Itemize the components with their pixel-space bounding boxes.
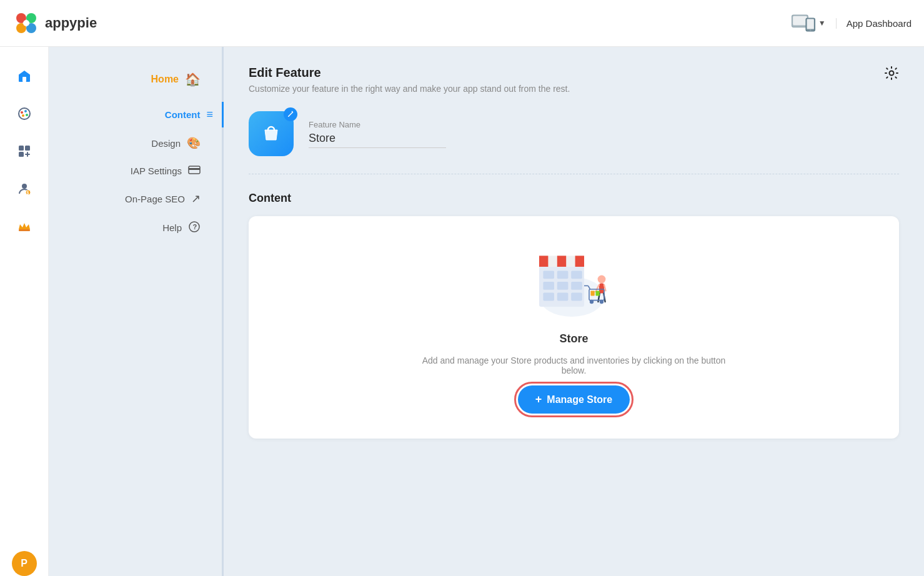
device-preview-button[interactable]: ▼ [791, 12, 826, 34]
svg-rect-6 [793, 16, 807, 25]
sidebar-item-grid[interactable] [7, 134, 41, 168]
nav-item-iap[interactable]: IAP Settings [61, 159, 209, 183]
crown-icon [17, 219, 32, 234]
content-panel: Edit Feature Customize your feature in t… [224, 47, 924, 576]
feature-name-section: Feature Name Store [249, 111, 899, 156]
left-sidebar: $ P [0, 47, 49, 576]
svg-rect-58 [595, 290, 599, 295]
manage-store-label: Manage Store [547, 394, 612, 405]
svg-point-9 [810, 29, 811, 31]
svg-rect-24 [19, 229, 30, 231]
appypie-logo [12, 9, 40, 37]
svg-point-21 [22, 184, 27, 189]
header: appypie ▼ App Dashboard [0, 0, 924, 47]
user-settings-icon: $ [17, 181, 32, 196]
pencil-icon [287, 111, 294, 118]
nav-item-design[interactable]: Design 🎨 [61, 130, 209, 156]
feature-name-value[interactable]: Store [309, 132, 446, 148]
main-area: Home 🏠 Content ≡ Design 🎨 IAP Settings O… [49, 47, 924, 576]
svg-rect-47 [599, 283, 604, 293]
nav-help-icon: ? [188, 221, 201, 235]
shopping-bag-icon [260, 122, 282, 145]
header-right: ▼ App Dashboard [791, 12, 912, 34]
section-divider [249, 174, 899, 174]
svg-rect-18 [19, 152, 24, 157]
sidebar-item-home[interactable] [7, 59, 41, 93]
svg-rect-37 [543, 271, 554, 279]
device-dropdown-arrow[interactable]: ▼ [818, 19, 826, 27]
manage-store-plus-icon: + [535, 393, 542, 406]
svg-rect-34 [539, 256, 548, 267]
svg-rect-10 [22, 77, 26, 82]
feature-name-fields: Feature Name Store [309, 120, 446, 148]
edit-feature-title: Edit Feature [249, 66, 899, 80]
sidebar-item-design[interactable] [7, 97, 41, 131]
svg-rect-43 [543, 293, 554, 301]
logo-area: appypie [12, 9, 97, 37]
sidebar-item-crown[interactable] [7, 209, 41, 243]
edit-feature-subtitle: Customize your feature in the right way … [249, 84, 899, 94]
nav-iap-label: IAP Settings [131, 166, 182, 176]
svg-point-12 [21, 111, 23, 114]
sidebar-item-user[interactable]: $ [7, 172, 41, 206]
nav-design-label: Design [151, 138, 181, 149]
svg-rect-42 [571, 282, 582, 290]
gear-icon [884, 66, 899, 81]
svg-text:$: $ [26, 191, 29, 196]
nav-seo-label: On-Page SEO [125, 194, 185, 204]
help-circle-icon: ? [188, 221, 201, 233]
svg-point-15 [22, 114, 24, 117]
svg-point-14 [26, 114, 28, 116]
nav-content-icon: ≡ [206, 108, 213, 121]
svg-rect-41 [557, 282, 568, 290]
store-label: Store [559, 332, 588, 345]
nav-content-label: Content [165, 109, 201, 120]
svg-rect-20 [27, 152, 28, 157]
svg-rect-17 [25, 146, 30, 151]
svg-point-56 [599, 300, 603, 304]
manage-store-button[interactable]: + Manage Store [518, 385, 630, 414]
nav-home-label: Home [151, 74, 179, 85]
grid-plus-icon [17, 144, 32, 159]
svg-point-11 [19, 108, 30, 119]
content-section-title: Content [249, 192, 899, 205]
svg-point-29 [890, 71, 894, 76]
gear-button[interactable] [884, 66, 899, 84]
nav-iap-icon [188, 165, 201, 177]
svg-rect-45 [571, 293, 582, 301]
card-icon [188, 165, 201, 175]
svg-rect-57 [590, 290, 594, 295]
svg-point-4 [23, 20, 29, 26]
svg-rect-36 [575, 256, 584, 267]
svg-rect-40 [543, 282, 554, 290]
svg-rect-8 [807, 19, 813, 29]
logo-text: appypie [45, 15, 97, 31]
store-illustration [524, 241, 624, 322]
nav-item-help[interactable]: Help ? [61, 214, 209, 241]
svg-point-46 [597, 276, 605, 284]
nav-item-home[interactable]: Home 🏠 [61, 66, 209, 93]
app-dashboard-link[interactable]: App Dashboard [836, 18, 912, 29]
nav-help-label: Help [162, 222, 182, 233]
nav-sidebar: Home 🏠 Content ≡ Design 🎨 IAP Settings O… [49, 47, 224, 576]
svg-rect-39 [571, 271, 582, 279]
nav-seo-icon: ↗ [191, 192, 201, 206]
user-avatar[interactable]: P [12, 551, 37, 576]
svg-rect-38 [557, 271, 568, 279]
nav-item-seo[interactable]: On-Page SEO ↗ [61, 186, 209, 212]
store-description: Add and manage your Store products and i… [418, 355, 730, 375]
edit-badge[interactable] [284, 107, 297, 121]
nav-design-icon: 🎨 [187, 136, 201, 150]
svg-rect-26 [189, 168, 200, 170]
svg-point-13 [24, 110, 27, 112]
svg-point-55 [589, 300, 593, 304]
svg-text:?: ? [193, 223, 197, 231]
home-icon [17, 69, 32, 84]
feature-name-label: Feature Name [309, 120, 446, 129]
store-card: Store Add and manage your Store products… [249, 216, 899, 439]
nav-home-icon: 🏠 [185, 72, 201, 87]
feature-icon-wrapper [249, 111, 294, 156]
nav-item-content[interactable]: Content ≡ [61, 102, 224, 127]
device-icon [791, 12, 816, 34]
svg-rect-16 [19, 146, 24, 151]
